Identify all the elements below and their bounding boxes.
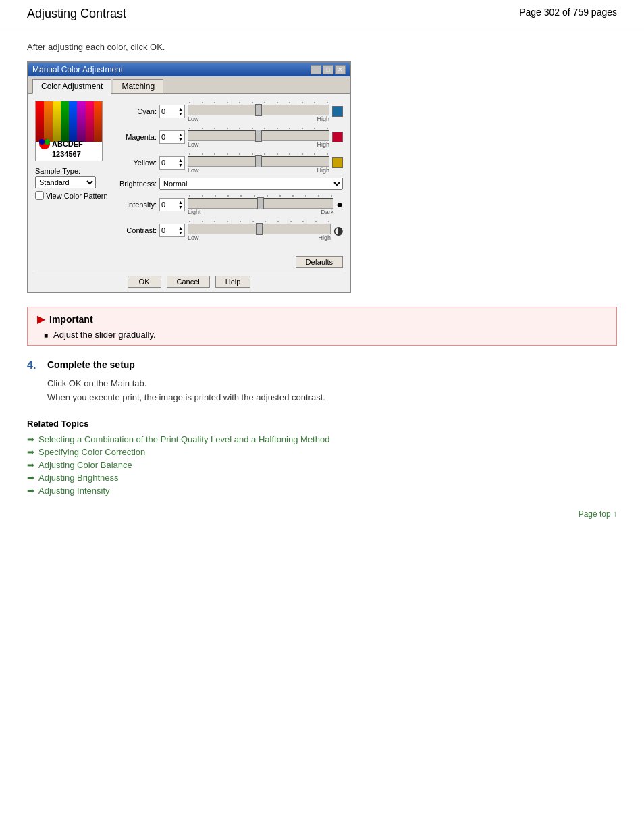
yellow-slider[interactable] xyxy=(188,156,329,167)
contrast-spin-up[interactable]: ▲ xyxy=(178,226,183,230)
contrast-slider[interactable] xyxy=(188,224,331,234)
brightness-select[interactable]: Normal xyxy=(159,178,343,190)
yellow-label: Yellow: xyxy=(116,159,157,167)
step-4-number: 4. xyxy=(27,359,41,371)
yellow-spin-down[interactable]: ▼ xyxy=(178,163,183,167)
brightness-label: Brightness: xyxy=(116,180,157,188)
related-link-1[interactable]: ➡ Selecting a Combination of the Print Q… xyxy=(27,434,617,444)
defaults-row: Defaults xyxy=(35,256,343,268)
intensity-slider-wrap: LightDark xyxy=(188,194,333,215)
color-circle-icon xyxy=(38,138,51,150)
high-contrast-icon: ◑ xyxy=(333,224,343,237)
page-header: Adjusting Contrast Page 302 of 759 pages xyxy=(0,0,644,28)
view-color-pattern-checkbox[interactable] xyxy=(35,191,44,200)
contrast-slider-labels: LowHigh xyxy=(188,234,331,241)
dialog-window: Manual Color Adjustment ─ □ ✕ Color Adju… xyxy=(27,61,351,293)
restore-button[interactable]: □ xyxy=(323,65,333,74)
intensity-thumb[interactable] xyxy=(257,197,264,209)
magenta-color-box xyxy=(332,132,343,142)
contrast-row: Contrast: 0 ▲ ▼ xyxy=(116,219,343,241)
cyan-color-box xyxy=(332,106,343,117)
page-top-link[interactable]: Page top ↑ xyxy=(27,509,617,519)
link-arrow-icon-3: ➡ xyxy=(27,460,34,470)
minimize-button[interactable]: ─ xyxy=(311,65,321,74)
cyan-slider[interactable] xyxy=(188,105,329,115)
defaults-button[interactable]: Defaults xyxy=(296,256,343,268)
view-color-pattern-row: View Color Pattern xyxy=(35,191,109,200)
contrast-slider-wrap: LowHigh xyxy=(188,219,331,241)
dialog-titlebar: Manual Color Adjustment ─ □ ✕ xyxy=(28,63,350,76)
yellow-spinbox[interactable]: 0 ▲ ▼ xyxy=(159,156,185,170)
related-link-4-text: Adjusting Brightness xyxy=(38,473,119,483)
yellow-thumb[interactable] xyxy=(255,155,262,167)
related-topics-section: Related Topics ➡ Selecting a Combination… xyxy=(27,419,617,496)
dialog-title: Manual Color Adjustment xyxy=(32,65,123,74)
cyan-spinbox[interactable]: 0 ▲ ▼ xyxy=(159,105,185,118)
sample-type-label: Sample Type: xyxy=(35,167,109,175)
yellow-spin-up[interactable]: ▲ xyxy=(178,158,183,163)
intensity-label: Intensity: xyxy=(116,201,157,209)
step-4-line-1: Click OK on the Main tab. xyxy=(47,377,617,391)
page-title: Adjusting Contrast xyxy=(27,7,126,21)
sample-type-select[interactable]: Standard xyxy=(35,176,96,188)
cyan-label: Cyan: xyxy=(116,107,157,115)
step-4-body: Click OK on the Main tab. When you execu… xyxy=(27,377,617,405)
important-arrow-icon: ▶ xyxy=(37,313,45,325)
tab-matching[interactable]: Matching xyxy=(113,79,163,93)
related-link-5[interactable]: ➡ Adjusting Intensity xyxy=(27,486,617,496)
yellow-row: Yellow: 0 ▲ ▼ xyxy=(116,152,343,174)
tab-color-adjustment[interactable]: Color Adjustment xyxy=(32,79,111,94)
contrast-spin-down[interactable]: ▼ xyxy=(178,230,183,235)
cyan-thumb[interactable] xyxy=(255,104,262,116)
titlebar-buttons: ─ □ ✕ xyxy=(311,65,346,74)
cancel-button[interactable]: Cancel xyxy=(167,276,210,288)
close-button[interactable]: ✕ xyxy=(335,65,346,74)
magenta-spin-up[interactable]: ▲ xyxy=(178,132,183,137)
help-button[interactable]: Help xyxy=(215,276,251,288)
step-4-section: 4. Complete the setup Click OK on the Ma… xyxy=(27,359,617,405)
dialog-right-panel: Cyan: 0 ▲ ▼ xyxy=(116,101,343,245)
intensity-spinbox[interactable]: 0 ▲ ▼ xyxy=(159,198,185,211)
intro-text: After adjusting each color, click OK. xyxy=(27,42,617,52)
ok-button[interactable]: OK xyxy=(128,276,161,288)
contrast-thumb[interactable] xyxy=(256,223,263,235)
link-arrow-icon-1: ➡ xyxy=(27,434,34,444)
cyan-spin-down[interactable]: ▼ xyxy=(178,111,183,116)
intensity-slider-labels: LightDark xyxy=(188,209,333,215)
important-title: Important xyxy=(49,314,93,325)
magenta-label: Magenta: xyxy=(116,133,157,141)
related-link-3-text: Adjusting Color Balance xyxy=(38,460,132,470)
intensity-spin-down[interactable]: ▼ xyxy=(178,205,183,209)
step-4-header: 4. Complete the setup xyxy=(27,359,617,371)
view-color-pattern-label: View Color Pattern xyxy=(46,192,108,200)
dialog-footer: Defaults OK Cancel Help xyxy=(28,252,350,292)
contrast-spinbox[interactable]: 0 ▲ ▼ xyxy=(159,224,185,237)
step-4-title: Complete the setup xyxy=(47,359,135,370)
magenta-row: Magenta: 0 ▲ ▼ xyxy=(116,126,343,148)
magenta-spin-down[interactable]: ▼ xyxy=(178,137,183,142)
intensity-spin-up[interactable]: ▲ xyxy=(178,200,183,205)
dialog-bottom-buttons: OK Cancel Help xyxy=(35,271,343,288)
cyan-slider-wrap: LowHigh xyxy=(188,101,329,122)
related-link-4[interactable]: ➡ Adjusting Brightness xyxy=(27,473,617,483)
magenta-thumb[interactable] xyxy=(255,130,262,142)
cyan-spin-up[interactable]: ▲ xyxy=(178,107,183,111)
related-topics-title: Related Topics xyxy=(27,419,617,429)
page-number: Page 302 of 759 pages xyxy=(519,7,617,18)
yellow-color-box xyxy=(332,157,343,168)
link-arrow-icon-2: ➡ xyxy=(27,447,34,457)
important-bullet-icon: ■ xyxy=(44,332,48,339)
magenta-spinbox[interactable]: 0 ▲ ▼ xyxy=(159,130,185,144)
related-link-2[interactable]: ➡ Specifying Color Correction xyxy=(27,447,617,457)
intensity-row: Intensity: 0 ▲ ▼ xyxy=(116,194,343,215)
magenta-slider[interactable] xyxy=(188,130,329,141)
related-link-3[interactable]: ➡ Adjusting Color Balance xyxy=(27,460,617,470)
main-content: After adjusting each color, click OK. Ma… xyxy=(0,28,644,532)
intensity-slider[interactable] xyxy=(188,198,333,209)
step-4-line-2: When you execute print, the image is pri… xyxy=(47,391,617,405)
important-text: Adjust the slider gradually. xyxy=(53,330,156,340)
important-item: ■ Adjust the slider gradually. xyxy=(37,330,607,340)
svg-point-2 xyxy=(45,139,50,145)
magenta-slider-wrap: LowHigh xyxy=(188,126,329,148)
sample-type-section: Sample Type: Standard xyxy=(35,167,109,188)
